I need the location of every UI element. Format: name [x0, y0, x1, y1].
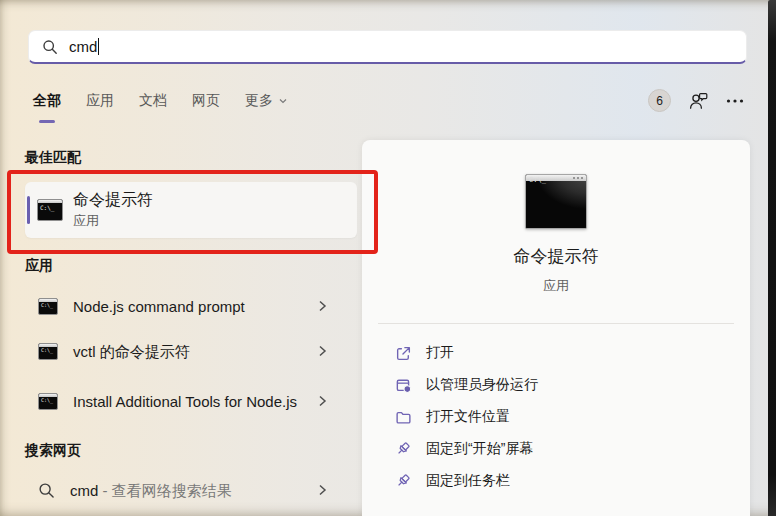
text-caret	[98, 38, 99, 55]
cmd-window-icon: C:\_	[38, 343, 58, 360]
top-right-cluster: 6	[648, 89, 744, 112]
action-run-as-administrator[interactable]: 以管理员身份运行	[362, 369, 750, 401]
chevron-right-icon[interactable]	[315, 344, 329, 358]
web-search-suffix: - 查看网络搜索结果	[98, 482, 231, 499]
web-search-item[interactable]: cmd - 查看网络搜索结果	[25, 468, 357, 512]
chevron-down-icon	[278, 96, 288, 106]
selection-accent-bar	[27, 196, 30, 224]
action-open-file-location[interactable]: 打开文件位置	[362, 401, 750, 433]
search-icon	[38, 482, 55, 499]
tab-more[interactable]: 更多	[245, 92, 288, 116]
action-pin-to-start[interactable]: 固定到“开始”屏幕	[362, 433, 750, 465]
web-search-header: 搜索网页	[25, 442, 81, 460]
divider	[378, 323, 734, 324]
tab-all[interactable]: 全部	[33, 92, 61, 116]
action-open[interactable]: 打开	[362, 337, 750, 369]
selected-tab-underline	[39, 120, 55, 123]
search-icon	[42, 39, 58, 55]
open-icon	[395, 345, 412, 362]
chevron-right-icon[interactable]	[315, 299, 329, 313]
cmd-window-icon: C:\_	[38, 298, 58, 315]
open-file-location-icon	[395, 409, 412, 426]
cmd-window-icon: C:\_	[38, 393, 58, 410]
best-match-item[interactable]: C:\_ 命令提示符 应用	[25, 182, 357, 238]
app-item-install-additional-tools[interactable]: C:\_ Install Additional Tools for Node.j…	[25, 374, 357, 428]
app-item-nodejs-command-prompt[interactable]: C:\_ Node.js command prompt	[25, 284, 357, 328]
preview-panel: C:\_ 命令提示符 应用 打开 以管理员身份运行 打开文件位置	[362, 140, 750, 516]
apps-header: 应用	[25, 257, 53, 275]
best-match-subtitle: 应用	[73, 212, 153, 230]
screen-right-edge	[768, 0, 776, 516]
cmd-app-icon-large: C:\_	[525, 174, 587, 229]
best-match-header: 最佳匹配	[25, 149, 81, 167]
chevron-right-icon[interactable]	[315, 483, 329, 497]
best-match-title: 命令提示符	[73, 190, 153, 210]
pin-icon	[395, 441, 412, 458]
pin-icon	[395, 473, 412, 490]
more-options-icon[interactable]	[726, 98, 744, 104]
cmd-window-icon: C:\_	[37, 199, 63, 221]
preview-subtitle: 应用	[362, 277, 750, 295]
search-filter-tabs: 全部 应用 文档 网页 更多	[33, 92, 288, 116]
web-search-query: cmd	[70, 482, 98, 499]
search-query-text: cmd	[69, 38, 97, 55]
result-count-badge[interactable]: 6	[648, 89, 671, 112]
chevron-right-icon[interactable]	[315, 394, 329, 408]
search-input[interactable]: cmd	[28, 30, 747, 64]
tab-apps[interactable]: 应用	[86, 92, 114, 116]
account-icon[interactable]	[688, 91, 709, 111]
run-as-admin-icon	[395, 377, 412, 394]
tab-web[interactable]: 网页	[192, 92, 220, 116]
app-item-vctl-command-prompt[interactable]: C:\_ vctl 的命令提示符	[25, 329, 357, 373]
tab-documents[interactable]: 文档	[139, 92, 167, 116]
windows-search-panel: cmd 全部 应用 文档 网页 更多 6	[0, 0, 776, 516]
preview-title: 命令提示符	[362, 245, 750, 268]
action-pin-to-taskbar[interactable]: 固定到任务栏	[362, 465, 750, 497]
